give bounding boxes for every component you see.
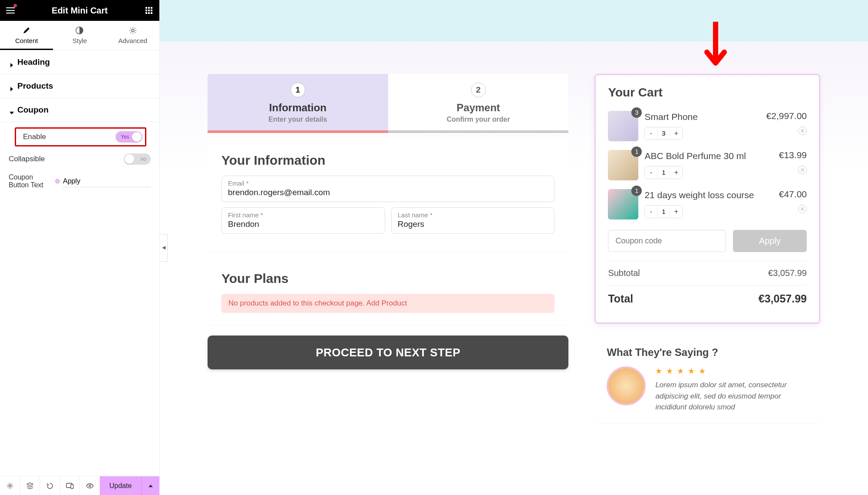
mini-cart: Your Cart 3 Smart Phone - 3 + € bbox=[594, 74, 820, 324]
collapsible-label: Collapsible bbox=[9, 155, 124, 163]
remove-item-icon[interactable]: × bbox=[798, 126, 807, 135]
testimonial-avatar bbox=[607, 366, 646, 405]
your-information-card: Your Information Email * brendon.rogers@… bbox=[208, 141, 568, 251]
qty-increase-button[interactable]: + bbox=[670, 206, 682, 218]
add-product-link[interactable]: Add Product bbox=[366, 299, 407, 307]
cart-title: Your Cart bbox=[608, 86, 807, 100]
svg-rect-3 bbox=[145, 10, 147, 11]
checkout-right-column: Your Cart 3 Smart Phone - 3 + € bbox=[594, 74, 820, 423]
email-field[interactable]: Email * brendon.rogers@email.com bbox=[221, 176, 554, 202]
update-options-caret[interactable] bbox=[141, 476, 159, 495]
settings-icon[interactable] bbox=[0, 476, 20, 495]
qty-increase-button[interactable]: + bbox=[670, 127, 682, 140]
svg-rect-8 bbox=[151, 12, 152, 14]
gear-icon bbox=[129, 26, 137, 35]
sidebar-collapse-handle[interactable]: ◀ bbox=[160, 234, 168, 262]
remove-item-icon[interactable]: × bbox=[798, 166, 807, 174]
your-information-title: Your Information bbox=[221, 153, 554, 168]
sidebar-title: Edit Mini Cart bbox=[16, 6, 144, 16]
qty-decrease-button[interactable]: - bbox=[645, 127, 657, 140]
sidebar-tabs: Content Style Advanced bbox=[0, 21, 159, 50]
qty-value: 3 bbox=[657, 127, 670, 140]
annotation-arrow-icon bbox=[703, 22, 729, 76]
tab-style-label: Style bbox=[73, 37, 87, 44]
cart-item: 1 21 days weight loss course - 1 + €47.0… bbox=[608, 184, 807, 223]
product-thumbnail: 3 bbox=[608, 111, 638, 141]
step-2-subtitle: Confirm your order bbox=[393, 116, 564, 123]
testimonial-quote: Lorem ipsum dolor sit amet, consectetur … bbox=[655, 379, 808, 413]
product-price: €13.99 bbox=[779, 150, 807, 160]
dynamic-icon[interactable]: ⚙ bbox=[55, 178, 60, 185]
first-name-label: First name * bbox=[228, 211, 379, 219]
step-2-number: 2 bbox=[471, 83, 486, 97]
navigator-icon[interactable] bbox=[20, 476, 40, 495]
caret-down-icon bbox=[10, 108, 14, 112]
last-name-value: Rogers bbox=[398, 219, 548, 229]
section-heading-label: Heading bbox=[17, 57, 50, 67]
sidebar-header: Edit Mini Cart bbox=[0, 0, 159, 21]
tab-advanced[interactable]: Advanced bbox=[106, 21, 159, 50]
email-label: Email * bbox=[228, 179, 548, 187]
step-1-title: Information bbox=[212, 102, 384, 114]
svg-rect-4 bbox=[148, 10, 150, 11]
pencil-icon bbox=[22, 26, 31, 35]
svg-point-10 bbox=[132, 29, 134, 32]
product-name: ABC Bold Perfume 30 ml bbox=[644, 150, 772, 162]
qty-decrease-button[interactable]: - bbox=[645, 166, 657, 179]
qty-increase-button[interactable]: + bbox=[670, 166, 682, 179]
history-icon[interactable] bbox=[40, 476, 60, 495]
tab-content-label: Content bbox=[15, 37, 38, 44]
coupon-button-text-label: Coupon Button Text bbox=[9, 173, 52, 189]
svg-point-14 bbox=[89, 485, 91, 487]
tab-style[interactable]: Style bbox=[53, 21, 106, 50]
section-heading[interactable]: Heading bbox=[0, 50, 159, 74]
proceed-button[interactable]: PROCEED TO NEXT STEP bbox=[208, 336, 568, 369]
subtotal-value: €3,057.99 bbox=[768, 268, 807, 278]
last-name-field[interactable]: Last name * Rogers bbox=[391, 207, 555, 234]
preview-icon[interactable] bbox=[80, 476, 100, 495]
testimonials-card: What They're Saying ? ★ ★ ★ ★ ★ Lorem ip… bbox=[594, 336, 820, 423]
coupon-input[interactable] bbox=[608, 230, 726, 252]
qty-decrease-button[interactable]: - bbox=[645, 206, 657, 218]
cart-totals: Subtotal €3,057.99 Total €3,057.99 bbox=[608, 261, 807, 312]
first-name-field[interactable]: First name * Brendon bbox=[221, 207, 385, 234]
enable-row-highlight: Enable Yes bbox=[15, 127, 146, 146]
caret-right-icon bbox=[10, 60, 14, 64]
canvas-area: 1 Information Enter your details 2 Payme… bbox=[160, 0, 868, 495]
product-price: €2,997.00 bbox=[766, 111, 807, 121]
hamburger-icon[interactable] bbox=[5, 5, 16, 16]
step-information[interactable]: 1 Information Enter your details bbox=[208, 74, 388, 130]
tab-content[interactable]: Content bbox=[0, 21, 53, 50]
collapsible-toggle[interactable]: no bbox=[124, 153, 151, 165]
section-coupon-body: Enable Yes Collapsible no Coupo bbox=[0, 122, 159, 197]
product-name: Smart Phone bbox=[644, 111, 760, 123]
product-thumbnail: 1 bbox=[608, 189, 638, 219]
step-1-subtitle: Enter your details bbox=[212, 116, 384, 123]
checkout-steps: 1 Information Enter your details 2 Payme… bbox=[208, 74, 568, 130]
qty-stepper: - 3 + bbox=[644, 127, 683, 140]
update-button[interactable]: Update bbox=[100, 476, 141, 495]
your-plans-title: Your Plans bbox=[221, 271, 554, 286]
qty-value: 1 bbox=[657, 206, 670, 218]
step-payment[interactable]: 2 Payment Confirm your order bbox=[388, 74, 569, 130]
coupon-button-text-input[interactable] bbox=[62, 176, 151, 187]
widgets-grid-icon[interactable] bbox=[144, 5, 154, 16]
remove-item-icon[interactable]: × bbox=[798, 205, 807, 213]
svg-point-11 bbox=[9, 485, 11, 487]
cart-item: 3 Smart Phone - 3 + €2,997.00 × bbox=[608, 106, 807, 145]
testimonials-title: What They're Saying ? bbox=[607, 346, 808, 359]
svg-rect-0 bbox=[145, 7, 147, 9]
total-label: Total bbox=[608, 292, 633, 305]
section-products[interactable]: Products bbox=[0, 74, 159, 98]
product-price: €47.00 bbox=[779, 189, 807, 199]
product-name: 21 days weight loss course bbox=[644, 189, 772, 201]
testimonial-stars: ★ ★ ★ ★ ★ bbox=[655, 366, 808, 376]
no-products-warning: No products added to this checkout page.… bbox=[221, 294, 554, 313]
qty-stepper: - 1 + bbox=[644, 205, 683, 218]
section-coupon[interactable]: Coupon bbox=[0, 98, 159, 122]
svg-rect-13 bbox=[71, 485, 73, 488]
responsive-icon[interactable] bbox=[60, 476, 80, 495]
sidebar-footer: Update bbox=[0, 476, 159, 495]
apply-coupon-button[interactable]: Apply bbox=[733, 230, 807, 252]
enable-toggle[interactable]: Yes bbox=[116, 131, 142, 143]
